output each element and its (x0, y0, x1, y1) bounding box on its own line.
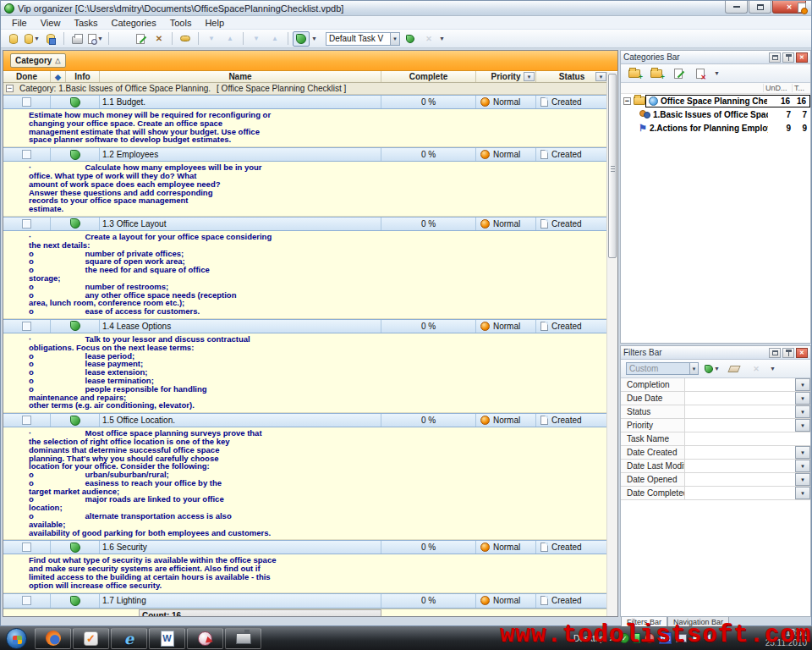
new-database-button[interactable] (5, 31, 22, 47)
notes-icon[interactable] (70, 416, 80, 426)
menu-tasks[interactable]: Tasks (67, 18, 104, 28)
task-row[interactable]: 1.6 Security 0 % Normal Created (3, 540, 607, 554)
column-header-info[interactable]: Info (66, 71, 100, 82)
column-header-done[interactable]: Done (3, 71, 51, 82)
notes-icon[interactable] (70, 543, 80, 553)
done-checkbox[interactable] (22, 416, 31, 425)
menu-categories[interactable]: Categories (105, 18, 163, 28)
delete-category-button[interactable] (692, 66, 709, 81)
task-row[interactable]: 1.2 Employees 0 % Normal Created (3, 147, 607, 162)
tree-item-category-1[interactable]: 1.Basic Issues of Office Space 7 7 (621, 107, 810, 121)
task-name[interactable]: 1.3 Office Layout (100, 218, 381, 230)
filter-value[interactable] (685, 487, 795, 499)
collapse-icon[interactable]: − (6, 85, 14, 92)
done-checkbox[interactable] (22, 596, 31, 605)
filters-bar-title[interactable]: Filters Bar ✕ (621, 346, 810, 360)
selected-tree-item[interactable]: Office Space Planning Checkli 16 16 (645, 95, 810, 107)
column-header-undone[interactable]: UnD... (763, 84, 792, 92)
notes-icon[interactable] (70, 321, 80, 331)
collapse-icon[interactable]: − (623, 97, 631, 105)
taskbar-firefox-button[interactable] (35, 628, 71, 649)
task-name[interactable]: 1.2 Employees (100, 148, 381, 161)
task-name[interactable]: 1.4 Lease Options (100, 320, 381, 333)
delete-task-button[interactable]: ✕ (151, 31, 167, 47)
print-button[interactable] (69, 31, 85, 47)
filter-preset-combo[interactable]: Custom ▼ (626, 362, 699, 375)
filter-value[interactable] (685, 460, 795, 472)
move-top-button[interactable]: ▲ (266, 31, 283, 47)
move-bottom-button[interactable]: ▼ (248, 31, 265, 47)
tree-item-category-2[interactable]: ⚑ 2.Actions for Planning Employe 9 9 (621, 121, 810, 135)
group-row[interactable]: − Category: 1.Basic Issues of Office Spa… (3, 83, 607, 95)
maximize-button[interactable] (749, 1, 771, 14)
combo-dropdown-icon[interactable]: ▼ (689, 363, 698, 374)
menu-tools[interactable]: Tools (163, 18, 199, 28)
minimize-button[interactable] (725, 1, 748, 14)
pin-panel-button[interactable] (782, 52, 794, 63)
filter-value[interactable] (685, 392, 795, 405)
close-panel-button[interactable]: ✕ (796, 348, 808, 358)
save-database-button[interactable] (42, 31, 59, 47)
notes-icon[interactable] (70, 97, 80, 107)
filter-dropdown-button[interactable]: ▼ (795, 419, 810, 432)
task-view-combo[interactable]: Default Task V ▼ (326, 32, 400, 46)
new-subcategory-button[interactable] (648, 66, 665, 81)
done-checkbox[interactable] (22, 97, 31, 107)
show-notes-toggle[interactable] (293, 31, 310, 47)
filter-value[interactable] (685, 419, 795, 432)
column-header-status[interactable]: Status▼ (536, 71, 607, 82)
float-panel-button[interactable] (769, 348, 781, 358)
taskbar-vip-organizer-button[interactable]: ✓ (73, 628, 109, 649)
column-header-priority[interactable]: Priority▼ (476, 71, 536, 82)
task-name[interactable]: 1.5 Office Location. (100, 414, 381, 427)
notes-icon[interactable] (70, 596, 80, 606)
done-checkbox[interactable] (22, 150, 31, 159)
edit-task-button[interactable] (132, 31, 149, 47)
edit-category-button[interactable] (670, 66, 687, 81)
filter-value[interactable] (685, 405, 795, 418)
taskbar-internet-explorer-button[interactable]: e (111, 628, 147, 649)
filter-dropdown-button[interactable]: ▼ (795, 392, 810, 405)
print-preview-button[interactable]: ▼ (87, 31, 104, 47)
taskbar-task-manager-button[interactable] (187, 628, 223, 649)
column-header-priority-icon[interactable]: ◆ (51, 71, 66, 82)
clear-view-button[interactable]: ✕ (420, 31, 437, 47)
done-checkbox[interactable] (22, 322, 31, 331)
filter-dropdown-button[interactable]: ▼ (795, 378, 810, 391)
done-checkbox[interactable] (22, 219, 31, 229)
move-down-button[interactable]: ▼ (203, 31, 220, 47)
column-header-name[interactable]: Name (100, 71, 381, 82)
start-button[interactable] (6, 628, 27, 649)
menu-file[interactable]: File (5, 18, 34, 28)
task-row[interactable]: 1.3 Office Layout 0 % Normal Created (3, 217, 607, 231)
title-bar[interactable]: Vip organizer [C:\Users\dmitry\Documents… (1, 1, 811, 16)
task-name[interactable]: 1.1 Budget. (100, 96, 381, 108)
move-up-button[interactable]: ▲ (222, 31, 239, 47)
group-by-category-button[interactable]: Category △ (10, 53, 66, 68)
menu-view[interactable]: View (34, 18, 68, 28)
filter-dropdown-button[interactable]: ▼ (795, 446, 810, 459)
notes-icon[interactable] (70, 150, 80, 160)
float-panel-button[interactable] (769, 52, 781, 63)
combo-dropdown-icon[interactable]: ▼ (390, 33, 399, 45)
filter-dropdown-button[interactable]: ▼ (795, 460, 810, 472)
priority-filter-button[interactable]: ▼ (524, 72, 535, 81)
taskbar-word-button[interactable]: W (149, 628, 185, 649)
task-row[interactable]: 1.7 Lighting 0 % Normal Created (3, 593, 607, 609)
scrollbar-thumb[interactable] (608, 74, 617, 258)
filter-dropdown-button[interactable]: ▼ (795, 473, 810, 486)
filter-value[interactable] (685, 473, 795, 486)
menu-help[interactable]: Help (198, 18, 231, 28)
filter-value[interactable] (685, 432, 810, 445)
status-filter-button[interactable]: ▼ (595, 72, 606, 81)
open-database-button[interactable]: ▼ (24, 31, 41, 47)
pin-panel-button[interactable] (782, 348, 794, 358)
new-category-button[interactable] (626, 66, 643, 81)
column-header-total[interactable]: T... (792, 84, 810, 92)
filter-value[interactable] (685, 446, 795, 459)
filter-dropdown-button[interactable]: ▼ (795, 487, 810, 499)
apply-view-button[interactable] (402, 31, 419, 47)
task-row[interactable]: 1.4 Lease Options 0 % Normal Created (3, 319, 607, 333)
task-name[interactable]: 1.6 Security (100, 541, 381, 554)
task-name[interactable]: 1.7 Lighting (100, 594, 381, 608)
